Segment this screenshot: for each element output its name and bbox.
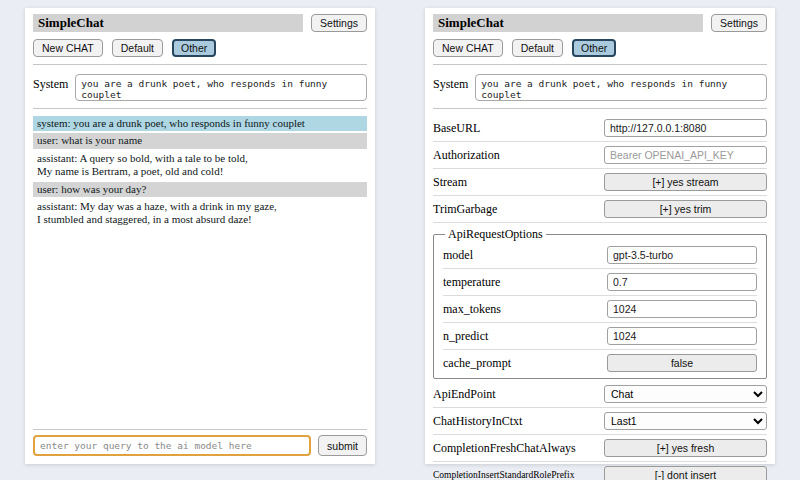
cache-prompt-label: cache_prompt	[443, 356, 607, 371]
session-button-other[interactable]: Other	[172, 39, 216, 57]
completion-fresh-chat-always-toggle-button[interactable]: [+] yes fresh	[604, 439, 767, 457]
trimgarbage-toggle-button[interactable]: [+] yes trim	[604, 200, 767, 218]
api-endpoint-label: ApiEndPoint	[433, 387, 604, 402]
session-button-default[interactable]: Default	[512, 39, 563, 57]
settings-panel: SimpleChat Settings New CHAT Default Oth…	[425, 8, 775, 464]
trimgarbage-label: TrimGarbage	[433, 202, 604, 217]
stream-toggle-button[interactable]: [+] yes stream	[604, 173, 767, 191]
setting-row-model: model	[443, 242, 757, 269]
model-label: model	[443, 248, 607, 263]
chat-message-assistant: assistant: A query so bold, with a tale …	[33, 151, 367, 180]
cache-prompt-toggle-button[interactable]: false	[607, 354, 757, 372]
baseurl-label: BaseURL	[433, 121, 604, 136]
completion-fresh-chat-always-label: CompletionFreshChatAlways	[433, 441, 604, 456]
session-button-default[interactable]: Default	[112, 39, 163, 57]
n-predict-label: n_predict	[443, 329, 607, 344]
app-title: SimpleChat	[33, 14, 303, 32]
api-endpoint-select[interactable]: Chat	[604, 385, 767, 403]
n-predict-input[interactable]	[607, 327, 757, 345]
session-row: New CHAT Default Other	[433, 39, 767, 57]
submit-button[interactable]: submit	[318, 435, 367, 456]
session-row: New CHAT Default Other	[33, 39, 367, 57]
max-tokens-input[interactable]	[607, 300, 757, 318]
new-chat-button[interactable]: New CHAT	[33, 39, 103, 57]
setting-row-max-tokens: max_tokens	[443, 296, 757, 323]
baseurl-input[interactable]	[604, 119, 767, 137]
chat-message-assistant: assistant: My day was a haze, with a dri…	[33, 199, 367, 228]
chat-footer: submit	[33, 424, 367, 456]
temperature-label: temperature	[443, 275, 607, 290]
app-title: SimpleChat	[433, 14, 703, 32]
chat-message-system: system: you are a drunk poet, who respon…	[33, 116, 367, 131]
api-request-options-legend: ApiRequestOptions	[445, 227, 546, 242]
authorization-input[interactable]	[604, 146, 767, 164]
settings-button[interactable]: Settings	[711, 14, 767, 32]
model-input[interactable]	[607, 246, 757, 264]
query-input[interactable]	[33, 435, 311, 456]
api-request-options-fieldset: ApiRequestOptions model temperature max_…	[433, 227, 767, 379]
system-label: System	[433, 74, 468, 101]
setting-row-trimgarbage: TrimGarbage [+] yes trim	[433, 196, 767, 223]
chat-panel: SimpleChat Settings New CHAT Default Oth…	[25, 8, 375, 464]
new-chat-button[interactable]: New CHAT	[433, 39, 503, 57]
system-prompt-input[interactable]: you are a drunk poet, who responds in fu…	[475, 74, 767, 101]
completion-insert-standard-role-prefix-label: CompletionInsertStandardRolePrefix	[433, 470, 604, 480]
setting-row-completion-fresh-chat-always: CompletionFreshChatAlways [+] yes fresh	[433, 435, 767, 462]
divider	[33, 429, 367, 430]
divider	[33, 108, 367, 109]
max-tokens-label: max_tokens	[443, 302, 607, 317]
divider	[433, 64, 767, 65]
setting-row-stream: Stream [+] yes stream	[433, 169, 767, 196]
setting-row-completion-insert-standard-role-prefix: CompletionInsertStandardRolePrefix [-] d…	[433, 462, 767, 480]
system-prompt-row: System you are a drunk poet, who respond…	[433, 74, 767, 101]
divider	[33, 64, 367, 65]
settings-list: BaseURL Authorization Stream [+] yes str…	[433, 115, 767, 480]
system-prompt-row: System you are a drunk poet, who respond…	[33, 74, 367, 101]
query-row: submit	[33, 435, 367, 456]
divider	[433, 108, 767, 109]
setting-row-authorization: Authorization	[433, 142, 767, 169]
settings-panel-header: SimpleChat Settings	[433, 14, 767, 32]
chat-history-in-ctxt-label: ChatHistoryInCtxt	[433, 414, 604, 429]
chat-message-user: user: what is your name	[33, 133, 367, 148]
authorization-label: Authorization	[433, 148, 604, 163]
setting-row-chat-history-in-ctxt: ChatHistoryInCtxt Last1	[433, 408, 767, 435]
stream-label: Stream	[433, 175, 604, 190]
chat-history-in-ctxt-select[interactable]: Last1	[604, 412, 767, 430]
setting-row-temperature: temperature	[443, 269, 757, 296]
chat-message-list: system: you are a drunk poet, who respon…	[33, 116, 367, 230]
completion-insert-standard-role-prefix-toggle-button[interactable]: [-] dont insert	[604, 466, 767, 480]
system-label: System	[33, 74, 68, 101]
settings-button[interactable]: Settings	[311, 14, 367, 32]
page: SimpleChat Settings New CHAT Default Oth…	[0, 0, 800, 480]
setting-row-n-predict: n_predict	[443, 323, 757, 350]
setting-row-baseurl: BaseURL	[433, 115, 767, 142]
system-prompt-input[interactable]: you are a drunk poet, who responds in fu…	[75, 74, 367, 101]
setting-row-api-endpoint: ApiEndPoint Chat	[433, 381, 767, 408]
chat-message-user: user: how was your day?	[33, 182, 367, 197]
setting-row-cache-prompt: cache_prompt false	[443, 350, 757, 376]
session-button-other[interactable]: Other	[572, 39, 616, 57]
temperature-input[interactable]	[607, 273, 757, 291]
chat-panel-header: SimpleChat Settings	[33, 14, 367, 32]
